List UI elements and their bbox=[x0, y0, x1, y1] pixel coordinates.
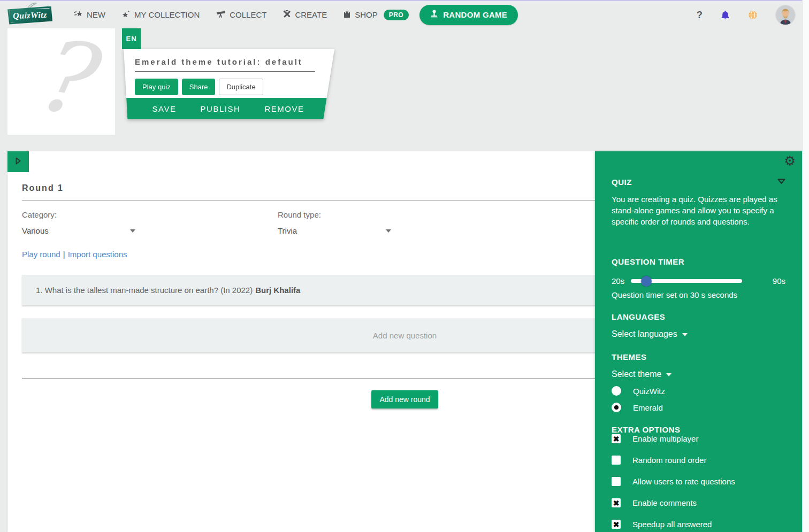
share-button[interactable]: Share bbox=[182, 79, 216, 95]
checkbox[interactable] bbox=[612, 477, 621, 486]
crossed-tools-icon bbox=[283, 10, 291, 20]
themes-title: THEMES bbox=[612, 352, 785, 361]
select-theme-dropdown[interactable]: Select theme bbox=[612, 369, 671, 379]
language-globe-icon[interactable] bbox=[748, 10, 758, 20]
timer-slider-thumb[interactable] bbox=[641, 276, 652, 287]
round-type-label: Round type: bbox=[278, 210, 533, 219]
nav-items: NEW MY COLLECTION COLLECT CREATE SHOP bbox=[74, 10, 409, 20]
nav-item-new[interactable]: NEW bbox=[74, 10, 105, 20]
option-random-round-order[interactable]: Random round order bbox=[612, 456, 785, 465]
category-value: Various bbox=[22, 226, 49, 235]
nav-item-label: COLLECT bbox=[230, 10, 266, 19]
link-separator: | bbox=[63, 250, 65, 259]
category-field: Category: Various bbox=[22, 210, 278, 235]
duplicate-button[interactable]: Duplicate bbox=[219, 79, 263, 95]
quiz-section-description: You are creating a quiz. Quizzes are pla… bbox=[612, 194, 785, 227]
round-type-value: Trivia bbox=[278, 226, 297, 235]
quiz-settings-sidebar: ⚙ QUIZ You are creating a quiz. Quizzes … bbox=[595, 151, 802, 532]
random-game-label: RANDOM GAME bbox=[443, 10, 507, 19]
quiz-section-title: QUIZ bbox=[612, 178, 632, 187]
checkbox[interactable] bbox=[612, 434, 621, 443]
chevron-right-icon bbox=[16, 157, 21, 167]
option-enable-comments[interactable]: Enable comments bbox=[612, 498, 785, 507]
question-timer-title: QUESTION TIMER bbox=[612, 257, 785, 266]
nav-right: ? bbox=[696, 5, 795, 25]
checkbox[interactable] bbox=[612, 498, 621, 507]
timer-min-label: 20s bbox=[612, 276, 624, 286]
chevron-down-icon bbox=[386, 229, 391, 233]
option-label: Enable multiplayer bbox=[632, 434, 698, 443]
add-new-round-button[interactable]: Add new round bbox=[371, 390, 438, 408]
shopping-bag-icon bbox=[343, 10, 351, 20]
random-game-button[interactable]: RANDOM GAME bbox=[419, 5, 518, 25]
option-enable-multiplayer[interactable]: Enable multiplayer bbox=[612, 434, 785, 443]
collapse-triangle-icon[interactable] bbox=[777, 177, 785, 187]
timer-slider-track[interactable] bbox=[631, 279, 742, 283]
user-avatar[interactable] bbox=[776, 5, 795, 25]
save-button[interactable]: SAVE bbox=[152, 104, 177, 113]
publish-button[interactable]: PUBLISH bbox=[201, 104, 241, 113]
quiz-cover-placeholder[interactable]: ? bbox=[7, 28, 115, 135]
joystick-icon bbox=[430, 10, 438, 20]
category-select[interactable]: Various bbox=[22, 226, 135, 235]
option-label: Speedup all answered bbox=[632, 520, 712, 529]
nav-item-my-collection[interactable]: MY COLLECTION bbox=[121, 10, 200, 20]
nav-item-label: NEW bbox=[87, 10, 105, 19]
extra-options-title: EXTRA OPTIONS bbox=[612, 425, 785, 434]
play-quiz-button[interactable]: Play quiz bbox=[135, 79, 178, 95]
theme-option-label: QuizWitz bbox=[633, 387, 665, 396]
play-round-link[interactable]: Play round bbox=[22, 250, 60, 259]
quiz-button-row: Play quiz Share Duplicate bbox=[135, 79, 318, 95]
languages-title: LANGUAGES bbox=[612, 312, 785, 321]
quiz-section-header: QUIZ bbox=[612, 177, 785, 187]
nav-item-create[interactable]: CREATE bbox=[283, 10, 327, 20]
expand-panel-tab[interactable] bbox=[7, 151, 29, 172]
quizwitz-logo[interactable]: QuizWitz bbox=[7, 4, 52, 26]
nav-item-label: MY COLLECTION bbox=[134, 10, 200, 19]
question-text: 1. What is the tallest man-made structur… bbox=[36, 286, 253, 295]
chevron-down-icon bbox=[666, 373, 671, 376]
radio-button[interactable] bbox=[612, 386, 621, 396]
logo-text: QuizWitz bbox=[13, 10, 47, 20]
quiz-action-bar: SAVE PUBLISH REMOVE bbox=[122, 98, 334, 119]
notifications-bell-icon[interactable] bbox=[721, 10, 730, 20]
chevron-down-icon bbox=[682, 333, 688, 336]
remove-button[interactable]: REMOVE bbox=[264, 104, 304, 113]
top-nav: QuizWitz NEW MY COLLECTION COLLECT CR bbox=[0, 1, 809, 28]
star-sparkle-icon bbox=[121, 10, 131, 20]
add-new-question-label: Add new question bbox=[373, 331, 437, 340]
nav-item-shop[interactable]: SHOP PRO bbox=[343, 10, 409, 20]
option-label: Allow users to rate questions bbox=[632, 477, 735, 486]
timer-status-text: Question timer set on 30 s seconds bbox=[612, 290, 785, 299]
option-label: Random round order bbox=[632, 456, 706, 465]
logo-banner: QuizWitz bbox=[7, 6, 52, 25]
question-timer-slider-row: 20s 90s bbox=[612, 276, 785, 286]
radio-button[interactable] bbox=[612, 403, 621, 412]
checkbox[interactable] bbox=[612, 520, 621, 529]
quiz-title-panel: Emerald theme tutorial: default Play qui… bbox=[122, 49, 334, 119]
help-icon[interactable]: ? bbox=[696, 9, 703, 21]
title-underline bbox=[135, 71, 315, 72]
nav-item-label: SHOP bbox=[355, 10, 378, 19]
question-answer: Burj Khalifa bbox=[255, 286, 300, 295]
quiz-title-panel-wrap: Emerald theme tutorial: default Play qui… bbox=[122, 49, 334, 119]
theme-option-quizwitz[interactable]: QuizWitz bbox=[612, 386, 785, 396]
language-tab-en[interactable]: EN bbox=[122, 28, 141, 49]
category-label: Category: bbox=[22, 210, 278, 219]
shooting-star-icon bbox=[74, 10, 83, 20]
option-speedup-all-answered[interactable]: Speedup all answered bbox=[612, 520, 785, 529]
option-allow-rating[interactable]: Allow users to rate questions bbox=[612, 477, 785, 486]
checkbox[interactable] bbox=[612, 456, 621, 465]
scrollbar-track[interactable] bbox=[802, 0, 809, 532]
gear-icon[interactable]: ⚙ bbox=[784, 155, 796, 167]
theme-option-emerald[interactable]: Emerald bbox=[612, 403, 785, 412]
nav-item-collect[interactable]: COLLECT bbox=[216, 10, 266, 20]
chevron-down-icon bbox=[130, 229, 135, 233]
nav-item-label: CREATE bbox=[295, 10, 327, 19]
quiz-title: Emerald theme tutorial: default bbox=[135, 57, 318, 66]
import-questions-link[interactable]: Import questions bbox=[68, 250, 127, 259]
round-type-select[interactable]: Trivia bbox=[278, 226, 391, 235]
select-languages-dropdown[interactable]: Select languages bbox=[612, 329, 688, 339]
pro-badge[interactable]: PRO bbox=[384, 10, 409, 20]
select-theme-label: Select theme bbox=[612, 369, 661, 379]
